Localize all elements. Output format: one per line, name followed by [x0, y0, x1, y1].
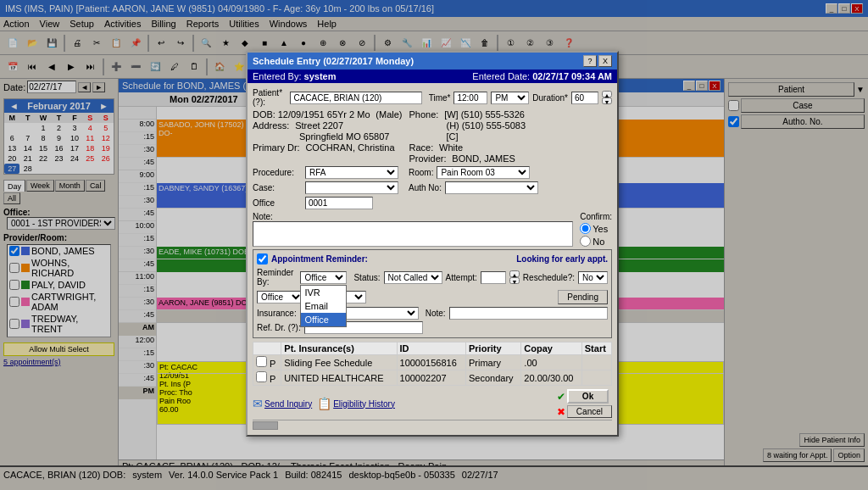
phone-h: (H) (510) 555-5083: [447, 120, 526, 131]
ins-row2-id: 100002207: [397, 370, 465, 386]
ins-row-1: P Sliding Fee Schedule 10000156816 Prima…: [253, 355, 612, 370]
auth-select[interactable]: [445, 181, 538, 194]
reminder-option-office[interactable]: Office: [301, 313, 346, 326]
ins-row1-check[interactable]: [256, 356, 267, 367]
duration-down[interactable]: ▼: [602, 97, 612, 104]
scrollbar-thumb[interactable]: [253, 421, 278, 430]
insurance-table: Pt. Insurance(s) ID Priority Copay Start…: [253, 342, 612, 386]
note-label: Note:: [253, 212, 573, 221]
note2-label: Note:: [426, 309, 446, 318]
address-value: Street 2207: [295, 120, 343, 131]
reminder-option-email[interactable]: Email: [301, 299, 346, 313]
phone-row: Phone: [W] (510) 555-5326: [409, 109, 526, 120]
send-inquiry-btn[interactable]: Send Inquiry: [264, 399, 312, 409]
reschedule-label: Reschedule?:: [523, 273, 575, 282]
attempt-input[interactable]: [481, 271, 506, 284]
entered-by-value: system: [304, 71, 337, 81]
entered-date-label: Entered Date: 02/27/17 09:34 AM: [472, 71, 612, 81]
status-select[interactable]: Not Called: [384, 271, 442, 284]
phone-c-row: [C]: [409, 131, 526, 142]
reminder-header: Appointment Reminder: Looking for early …: [257, 253, 608, 264]
time-label: Time*: [429, 93, 451, 103]
time-input[interactable]: [453, 92, 487, 104]
meridiem-select[interactable]: PM AM: [491, 92, 529, 104]
ins-col-start: Start: [581, 342, 611, 355]
auth-no-label: Auth No:: [409, 183, 442, 192]
attempt-label: Attempt:: [446, 273, 477, 282]
case-auth-row: Case: Auth No:: [253, 181, 612, 194]
dob-col: DOB: 12/09/1951 65Yr 2 Mo (Male) Address…: [253, 109, 403, 164]
ins-row1-name: Sliding Fee Schedule: [281, 355, 397, 370]
patient-row: Patient*(?): Time* PM AM Duration* ▲ ▼: [253, 88, 612, 107]
reminder-type-select[interactable]: Office: [257, 291, 303, 303]
ok-check-icon: ✔: [557, 391, 565, 403]
office-field-input[interactable]: [305, 197, 373, 209]
eligibility-row: 📋 Eligibility History: [317, 397, 395, 410]
cancel-btn[interactable]: Cancel: [567, 405, 612, 418]
race-label: Race:: [409, 142, 434, 153]
reminder-label: Appointment Reminder:: [271, 254, 368, 264]
phone-h-row: (H) (510) 555-5083: [409, 120, 526, 131]
dob-row: DOB: 12/09/1951 65Yr 2 Mo (Male): [253, 109, 403, 120]
reminder-controls-row: Reminder By: Office IVR Email Office Sta…: [257, 268, 608, 287]
address-row: Address: Street 2207: [253, 120, 403, 131]
reminder-dropdown-list: IVR Email Office: [300, 285, 347, 327]
procedure-label: Procedure:: [253, 168, 302, 177]
ref-dr-label: Ref. Dr. (?):: [257, 323, 301, 332]
dialog-title-buttons: ? X: [583, 55, 612, 67]
patient-input[interactable]: [290, 92, 421, 104]
phone-label: Phone:: [409, 109, 439, 120]
reminder-option-ivr[interactable]: IVR: [301, 286, 346, 299]
reschedule-select[interactable]: No: [578, 271, 608, 284]
provider-value: BOND, JAMES: [452, 153, 515, 164]
reminder-title-row: Appointment Reminder:: [257, 253, 368, 264]
note2-input[interactable]: [449, 307, 608, 320]
confirm-col: Confirm: Yes No: [580, 212, 612, 247]
ins-row-2: P UNITED HEALTHCARE 100002207 Secondary …: [253, 370, 612, 386]
note-confirm-row: Note: Confirm: Yes No: [253, 212, 612, 247]
confirm-yes-radio[interactable]: [580, 223, 591, 234]
race-value: White: [439, 142, 463, 153]
schedule-entry-dialog: Schedule Entry (02/27/2017 Monday) ? X E…: [246, 51, 619, 437]
ins-col-name: Pt. Insurance(s): [281, 342, 397, 355]
duration-input[interactable]: [571, 92, 598, 104]
note-textarea[interactable]: [253, 221, 573, 247]
room-select[interactable]: Pain Room 03: [437, 166, 530, 179]
sex-value: (Male): [376, 109, 402, 120]
ins-row2-check[interactable]: [256, 371, 267, 382]
dialog-scrollbar[interactable]: [253, 420, 612, 430]
dialog-close-btn[interactable]: X: [598, 55, 612, 67]
entered-by-label: Entered By: system: [253, 71, 336, 81]
primary-dr-value: COCHRAN, Christina: [305, 142, 394, 153]
confirm-no-radio[interactable]: [580, 236, 591, 247]
ok-btn[interactable]: Ok: [567, 389, 609, 404]
confirm-yes-text: Yes: [593, 224, 608, 234]
dob-address-row: DOB: 12/09/1951 65Yr 2 Mo (Male) Address…: [253, 109, 612, 164]
reminder-by-select[interactable]: Office: [300, 271, 347, 284]
room-label: Room:: [409, 168, 433, 177]
attempt-down[interactable]: ▼: [509, 277, 520, 284]
insurance-label: Insurance:: [257, 309, 297, 318]
duration-up[interactable]: ▲: [602, 91, 612, 97]
phone-w: [W] (510) 555-5326: [444, 109, 525, 120]
case-select[interactable]: [305, 181, 398, 194]
early-appt-label: Looking for early appt.: [516, 254, 608, 264]
eligibility-btn[interactable]: Eligibility History: [333, 399, 395, 409]
reminder-checkbox[interactable]: [257, 253, 268, 264]
dialog-help-btn[interactable]: ?: [583, 55, 597, 67]
phone-c: [C]: [447, 131, 459, 142]
procedure-select[interactable]: RFA: [305, 166, 398, 179]
entered-date-value: 02/27/17 09:34 AM: [532, 71, 612, 81]
provider-label: Provider:: [409, 153, 447, 164]
ins-col-priority: Priority: [466, 342, 521, 355]
ins-row1-priority: Primary: [466, 355, 521, 370]
attempt-up[interactable]: ▲: [509, 270, 520, 277]
pending-btn[interactable]: Pending: [558, 290, 608, 304]
reminder-by-label: Reminder By:: [257, 268, 297, 287]
bottom-buttons-row: ✉ Send Inquiry 📋 Eligibility History ✔ O…: [253, 389, 612, 418]
confirm-no-label[interactable]: No: [580, 236, 612, 247]
ins-row2-copay: 20.00/30.00: [521, 370, 581, 386]
confirm-yes-label[interactable]: Yes: [580, 223, 612, 234]
ins-row1-marker: P: [253, 355, 281, 370]
phone-col: Phone: [W] (510) 555-5326 (H) (510) 555-…: [409, 109, 526, 164]
